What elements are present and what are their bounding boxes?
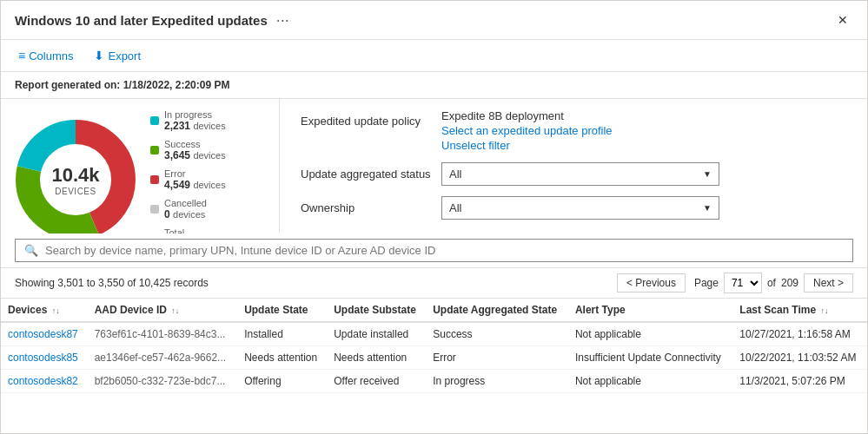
report-body: 10.4k DEVICES In progress 2,231 devices <box>1 99 867 233</box>
cell-last-scan: 10/22/2021, 11:03:52 AM <box>732 346 867 370</box>
cell-update-substate: Offer received <box>327 370 426 393</box>
chart-panel: 10.4k DEVICES In progress 2,231 devices <box>1 99 279 233</box>
window-title: Windows 10 and later Expedited updates <box>15 13 268 28</box>
search-input[interactable] <box>45 244 844 257</box>
chevron-down-icon: ▼ <box>703 169 712 179</box>
legend-error: Error 4,549 devices <box>150 168 231 191</box>
close-button[interactable]: ✕ <box>832 10 853 30</box>
donut-label: 10.4k DEVICES <box>51 164 99 196</box>
legend-label-error: Error <box>164 168 226 179</box>
columns-icon: ≡ <box>18 49 25 62</box>
policy-filter-label: Expedited update policy <box>301 109 431 128</box>
status-filter-label: Update aggregated status <box>301 162 431 181</box>
data-table: Devices ↑↓ AAD Device ID ↑↓ Update State… <box>1 299 867 393</box>
sort-icon-aad: ↑↓ <box>171 306 179 315</box>
pagination-controls: < Previous Page 71 of 209 Next > <box>617 273 853 293</box>
cell-aad: bf2b6050-c332-723e-bdc7... <box>88 370 237 393</box>
status-select-value: All <box>449 168 461 181</box>
col-update-substate: Update Substate <box>327 299 426 322</box>
title-bar: Windows 10 and later Expedited updates ·… <box>1 1 867 40</box>
records-count: Showing 3,501 to 3,550 of 10,425 records <box>15 277 209 289</box>
table-row: contosodesk87 763ef61c-4101-8639-84c3...… <box>1 322 867 346</box>
chevron-down-icon-2: ▼ <box>703 203 712 213</box>
device-link[interactable]: contosodesk82 <box>8 375 78 387</box>
legend-count-error: 4,549 <box>164 179 190 191</box>
legend-dot-cancelled <box>150 205 159 214</box>
legend-label-total: Total <box>164 227 231 233</box>
ownership-filter-row: Ownership All ▼ <box>301 196 846 220</box>
donut-center-sub: DEVICES <box>51 187 99 196</box>
main-window: Windows 10 and later Expedited updates ·… <box>0 0 868 434</box>
previous-button[interactable]: < Previous <box>617 273 686 293</box>
policy-value-text: Expedite 8B deployment <box>441 109 846 122</box>
cell-update-state: Installed <box>237 322 327 346</box>
table-body: contosodesk87 763ef61c-4101-8639-84c3...… <box>1 322 867 393</box>
page-label: Page <box>694 277 719 289</box>
cell-update-substate: Update installed <box>327 322 426 346</box>
policy-filter-value: Expedite 8B deployment Select an expedit… <box>441 109 846 152</box>
col-aad[interactable]: AAD Device ID ↑↓ <box>88 299 237 322</box>
cell-aad: 763ef61c-4101-8639-84c3... <box>88 322 237 346</box>
report-generated-label: Report generated on: 1/18/2022, 2:20:09 … <box>15 79 229 91</box>
unselect-filter-link[interactable]: Unselect filter <box>441 139 846 152</box>
legend-count-inprogress: 2,231 <box>164 120 190 132</box>
table-row: contosodesk85 ae1346ef-ce57-462a-9662...… <box>1 346 867 370</box>
device-link[interactable]: contosodesk87 <box>8 328 78 340</box>
select-profile-link[interactable]: Select an expedited update profile <box>441 124 846 137</box>
status-filter-row: Update aggregated status All ▼ <box>301 162 846 186</box>
legend-label-cancelled: Cancelled <box>164 198 207 208</box>
cell-alert-type: Not applicable <box>568 370 732 393</box>
sort-icon-last-scan: ↑↓ <box>820 306 828 315</box>
legend-success: Success 3,645 devices <box>150 139 231 161</box>
cell-alert-type: Insufficient Update Connectivity <box>568 346 732 370</box>
search-bar: 🔍 <box>1 233 867 268</box>
more-options-button[interactable]: ··· <box>276 11 289 30</box>
cell-aad: ae1346ef-ce57-462a-9662... <box>88 346 237 370</box>
legend-inprogress: In progress 2,231 devices <box>150 109 231 132</box>
cell-device[interactable]: contosodesk82 <box>1 370 88 393</box>
page-number-select[interactable]: 71 <box>724 273 762 293</box>
legend-cancelled: Cancelled 0 devices <box>150 198 231 220</box>
legend-dot-error <box>150 175 159 184</box>
table-row: contosodesk82 bf2b6050-c332-723e-bdc7...… <box>1 370 867 393</box>
total-pages: 209 <box>781 277 798 289</box>
legend-label-success: Success <box>164 139 226 149</box>
ownership-select-wrap[interactable]: All ▼ <box>441 196 719 220</box>
next-button[interactable]: Next > <box>804 273 853 293</box>
col-update-state: Update State <box>237 299 327 322</box>
cell-last-scan: 11/3/2021, 5:07:26 PM <box>732 370 867 393</box>
cell-alert-type: Not applicable <box>568 322 732 346</box>
device-link[interactable]: contosodesk85 <box>8 352 78 364</box>
cell-update-state: Offering <box>237 370 327 393</box>
cell-device[interactable]: contosodesk85 <box>1 346 88 370</box>
status-select-wrap[interactable]: All ▼ <box>441 162 719 186</box>
policy-filter-row: Expedited update policy Expedite 8B depl… <box>301 109 846 152</box>
cell-update-substate: Needs attention <box>327 346 426 370</box>
sort-icon-device: ↑↓ <box>52 306 60 315</box>
ownership-select[interactable]: All ▼ <box>441 196 719 220</box>
pagination-bar: Showing 3,501 to 3,550 of 10,425 records… <box>1 268 867 299</box>
ownership-select-value: All <box>449 201 461 214</box>
export-icon: ⬇ <box>94 49 104 62</box>
legend-count-cancelled: 0 <box>164 208 170 220</box>
export-label: Export <box>108 49 141 62</box>
report-header: Report generated on: 1/18/2022, 2:20:09 … <box>1 72 867 99</box>
col-aggregated-state: Update Aggregated State <box>426 299 568 322</box>
table-wrap: Devices ↑↓ AAD Device ID ↑↓ Update State… <box>1 299 867 433</box>
col-device[interactable]: Devices ↑↓ <box>1 299 88 322</box>
columns-label: Columns <box>29 49 73 62</box>
col-last-scan[interactable]: Last Scan Time ↑↓ <box>732 299 867 322</box>
legend-label-inprogress: In progress <box>164 109 226 120</box>
page-of-label: of <box>767 277 776 289</box>
export-button[interactable]: ⬇ Export <box>90 47 144 64</box>
cell-aggregated-state: Success <box>426 322 568 346</box>
toolbar: ≡ Columns ⬇ Export <box>1 40 867 72</box>
status-select[interactable]: All ▼ <box>441 162 719 186</box>
legend-dot-success <box>150 146 159 155</box>
cell-device[interactable]: contosodesk87 <box>1 322 88 346</box>
search-input-wrap: 🔍 <box>15 239 853 262</box>
donut-chart: 10.4k DEVICES <box>15 119 136 233</box>
legend-dot-inprogress <box>150 116 159 125</box>
donut-center-value: 10.4k <box>51 164 99 187</box>
columns-button[interactable]: ≡ Columns <box>15 47 76 64</box>
